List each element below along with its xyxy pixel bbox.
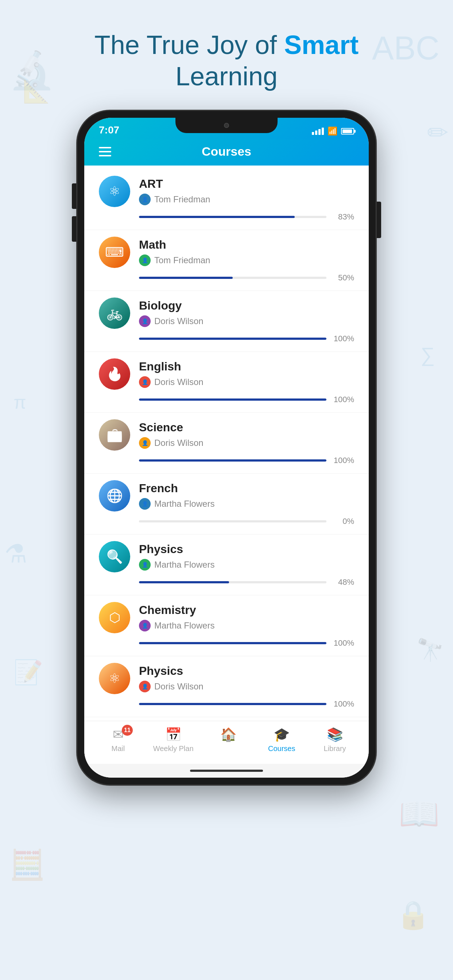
course-icon: 🔍 (99, 541, 130, 573)
progress-bar-bg (139, 337, 327, 340)
phone-inner: 7:07 📶 (84, 118, 369, 778)
progress-bar-bg (139, 216, 327, 218)
course-item[interactable]: ⬡ Chemistry 👤 Martha Flowers 100% (84, 595, 369, 656)
course-item[interactable]: ⚛ Physics 👤 Doris Wilson 100% (84, 656, 369, 717)
course-icon: ⚛ (99, 176, 130, 207)
progress-row: 48% (99, 578, 354, 587)
progress-percent: 48% (332, 578, 354, 587)
progress-row: 100% (99, 334, 354, 344)
progress-bar-bg (139, 642, 327, 644)
notch (175, 118, 278, 133)
course-name: Physics (139, 542, 354, 556)
teacher-name: Tom Friedman (154, 255, 210, 266)
headline-highlight: Smart (284, 30, 359, 59)
course-item[interactable]: 💼 Science 👤 Doris Wilson 100% (84, 413, 369, 474)
progress-bar-bg (139, 398, 327, 401)
course-name: French (139, 482, 354, 495)
nav-badge: 11 (122, 725, 133, 736)
teacher-avatar: 👤 (139, 681, 151, 692)
course-name: Chemistry (139, 603, 354, 617)
progress-percent: 0% (332, 517, 354, 526)
status-icons: 📶 (312, 127, 354, 136)
course-icon: ⬡ (99, 602, 130, 633)
teacher-row: 👤 Doris Wilson (139, 376, 354, 388)
library-icon: 📚 (327, 727, 343, 742)
course-icon: ⚛ (99, 663, 130, 694)
progress-row: 100% (99, 699, 354, 709)
progress-bar-fill (139, 460, 327, 461)
status-time: 7:07 (99, 124, 119, 136)
teacher-row: 👤 Martha Flowers (139, 559, 354, 571)
volume-up-button (72, 183, 77, 209)
page-header: The True Joy of Smart Learning (58, 0, 395, 110)
signal-icon (312, 127, 324, 135)
battery-icon (341, 128, 354, 135)
nav-item-courses[interactable]: 🎓 Courses (263, 727, 300, 753)
mail-label: Mail (112, 745, 125, 753)
teacher-name: Martha Flowers (154, 620, 214, 631)
course-icon: 🚲 (99, 298, 130, 329)
headline: The True Joy of Smart Learning (94, 29, 359, 92)
progress-bar-fill (139, 216, 295, 218)
teacher-row: 👤 Martha Flowers (139, 498, 354, 510)
courses-icon: 🎓 (274, 727, 290, 742)
course-item[interactable]: 🔥 English 👤 Doris Wilson 100% (84, 352, 369, 413)
app-title: Courses (202, 145, 251, 159)
teacher-avatar: 👤 (139, 498, 151, 510)
progress-bar-fill (139, 703, 327, 705)
course-info: Math 👤 Tom Friedman (139, 238, 354, 266)
bottom-nav: 11 ✉ Mail 📅 Weekly Plan 🏠 🎓 Courses 📚 Li… (84, 721, 369, 764)
course-info: Physics 👤 Martha Flowers (139, 542, 354, 571)
teacher-name: Martha Flowers (154, 560, 214, 570)
teacher-avatar: 👤 (139, 315, 151, 327)
nav-item-weekly-plan[interactable]: 📅 Weekly Plan (153, 727, 194, 753)
teacher-avatar: 👤 (139, 376, 151, 388)
course-info: ART 👤 Tom Friedman (139, 177, 354, 205)
course-name: Physics (139, 664, 354, 678)
course-item[interactable]: 🚲 Biology 👤 Doris Wilson 100% (84, 291, 369, 352)
teacher-avatar: 👤 (139, 559, 151, 571)
teacher-avatar: 👤 (139, 620, 151, 632)
teacher-row: 👤 Doris Wilson (139, 315, 354, 327)
hamburger-menu[interactable] (99, 147, 111, 156)
teacher-name: Doris Wilson (154, 681, 204, 692)
course-info: English 👤 Doris Wilson (139, 360, 354, 388)
course-name: Math (139, 238, 354, 251)
progress-row: 83% (99, 212, 354, 222)
course-list: ⚛ ART 👤 Tom Friedman 83% ⌨ (84, 165, 369, 721)
wifi-icon: 📶 (327, 127, 337, 136)
teacher-name: Doris Wilson (154, 438, 204, 448)
progress-bar-bg (139, 703, 327, 705)
camera (224, 123, 229, 128)
course-item[interactable]: ⌨ Math 👤 Tom Friedman 50% (84, 230, 369, 291)
progress-percent: 100% (332, 395, 354, 404)
nav-item-mail[interactable]: 11 ✉ Mail (100, 727, 136, 753)
progress-bar-bg (139, 520, 327, 522)
teacher-avatar: 👤 (139, 437, 151, 449)
progress-percent: 50% (332, 273, 354, 283)
teacher-row: 👤 Doris Wilson (139, 437, 354, 449)
course-info: Biology 👤 Doris Wilson (139, 299, 354, 327)
course-item[interactable]: ⚛ ART 👤 Tom Friedman 83% (84, 169, 369, 230)
headline-text2: Learning (175, 62, 278, 91)
nav-item-home[interactable]: 🏠 (210, 727, 247, 753)
course-item[interactable]: 🔍 Physics 👤 Martha Flowers 48% (84, 535, 369, 595)
course-item[interactable]: 🌐 French 👤 Martha Flowers 0% (84, 474, 369, 535)
teacher-row: 👤 Martha Flowers (139, 620, 354, 632)
course-info: French 👤 Martha Flowers (139, 482, 354, 510)
progress-percent: 83% (332, 212, 354, 222)
course-info: Science 👤 Doris Wilson (139, 421, 354, 449)
progress-row: 50% (99, 273, 354, 283)
progress-percent: 100% (332, 456, 354, 465)
volume-down-button (72, 216, 77, 242)
progress-row: 100% (99, 638, 354, 648)
phone-mockup: 7:07 📶 (77, 110, 376, 785)
course-icon: 🌐 (99, 480, 130, 512)
progress-percent: 100% (332, 638, 354, 648)
course-icon: 💼 (99, 419, 130, 450)
teacher-avatar: 👤 (139, 255, 151, 266)
progress-percent: 100% (332, 699, 354, 709)
teacher-row: 👤 Doris Wilson (139, 681, 354, 692)
nav-item-library[interactable]: 📚 Library (317, 727, 353, 753)
course-info: Chemistry 👤 Martha Flowers (139, 603, 354, 632)
